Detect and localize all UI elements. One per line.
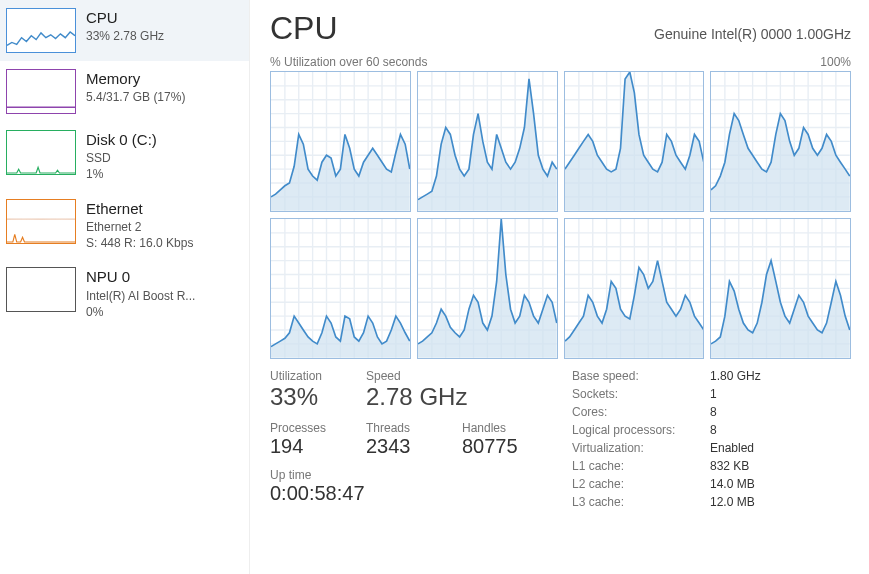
stat-value: 80775: [462, 435, 532, 458]
sidebar-item-disk0[interactable]: Disk 0 (C:) SSD 1%: [0, 122, 249, 191]
sidebar-text: Ethernet Ethernet 2 S: 448 R: 16.0 Kbps: [86, 199, 193, 252]
stat-label: Up time: [270, 468, 365, 482]
stat-value: 2343: [366, 435, 436, 458]
page-title: CPU: [270, 10, 338, 47]
ethernet-thumb-chart: [6, 199, 76, 244]
stat-label: Threads: [366, 421, 436, 435]
npu-thumb-chart: [6, 267, 76, 312]
info-val: Enabled: [710, 441, 800, 455]
processor-name: Genuine Intel(R) 0000 1.00GHz: [654, 26, 851, 42]
sidebar-item-ethernet[interactable]: Ethernet Ethernet 2 S: 448 R: 16.0 Kbps: [0, 191, 249, 260]
sidebar: CPU 33% 2.78 GHz Memory 5.4/31.7 GB (17%…: [0, 0, 250, 574]
chart-y-label: % Utilization over 60 seconds: [270, 55, 427, 69]
info-val: 832 KB: [710, 459, 800, 473]
stats-left: Utilization 33% Speed 2.78 GHz Processes…: [270, 369, 532, 509]
core-chart-6: [564, 218, 705, 359]
sidebar-sub: 33% 2.78 GHz: [86, 28, 164, 44]
memory-thumb-chart: [6, 69, 76, 114]
info-val: 14.0 MB: [710, 477, 800, 491]
chart-axis-row: % Utilization over 60 seconds 100%: [270, 55, 851, 69]
sidebar-text: Memory 5.4/31.7 GB (17%): [86, 69, 185, 105]
cpu-thumb-chart: [6, 8, 76, 53]
core-chart-7: [710, 218, 851, 359]
core-chart-0: [270, 71, 411, 212]
sidebar-sub2: S: 448 R: 16.0 Kbps: [86, 235, 193, 251]
sidebar-item-cpu[interactable]: CPU 33% 2.78 GHz: [0, 0, 249, 61]
info-val: 1.80 GHz: [710, 369, 800, 383]
info-key: Sockets:: [572, 387, 702, 401]
stats-section: Utilization 33% Speed 2.78 GHz Processes…: [270, 369, 851, 509]
stat-speed: Speed 2.78 GHz: [366, 369, 467, 411]
info-val: 8: [710, 405, 800, 419]
sidebar-title: Ethernet: [86, 199, 193, 219]
stat-label: Speed: [366, 369, 467, 383]
core-chart-2: [564, 71, 705, 212]
sidebar-text: NPU 0 Intel(R) AI Boost R... 0%: [86, 267, 195, 320]
core-chart-4: [270, 218, 411, 359]
stat-uptime: Up time 0:00:58:47: [270, 468, 365, 505]
stat-utilization: Utilization 33%: [270, 369, 340, 411]
stat-label: Handles: [462, 421, 532, 435]
sidebar-text: Disk 0 (C:) SSD 1%: [86, 130, 157, 183]
core-chart-1: [417, 71, 558, 212]
sidebar-sub: SSD: [86, 150, 157, 166]
sidebar-sub: Intel(R) AI Boost R...: [86, 288, 195, 304]
stat-value: 2.78 GHz: [366, 383, 467, 411]
info-key: L3 cache:: [572, 495, 702, 509]
stat-threads: Threads 2343: [366, 421, 436, 458]
sidebar-sub2: 1%: [86, 166, 157, 182]
sidebar-title: Memory: [86, 69, 185, 89]
info-val: 8: [710, 423, 800, 437]
sidebar-item-memory[interactable]: Memory 5.4/31.7 GB (17%): [0, 61, 249, 122]
stat-processes: Processes 194: [270, 421, 340, 458]
stat-label: Processes: [270, 421, 340, 435]
info-val: 1: [710, 387, 800, 401]
sidebar-sub2: 0%: [86, 304, 195, 320]
disk-thumb-chart: [6, 130, 76, 175]
stats-right: Base speed:1.80 GHz Sockets:1 Cores:8 Lo…: [572, 369, 800, 509]
stat-value: 194: [270, 435, 340, 458]
sidebar-sub: Ethernet 2: [86, 219, 193, 235]
core-chart-5: [417, 218, 558, 359]
info-key: L1 cache:: [572, 459, 702, 473]
sidebar-item-npu0[interactable]: NPU 0 Intel(R) AI Boost R... 0%: [0, 259, 249, 328]
info-key: Base speed:: [572, 369, 702, 383]
sidebar-text: CPU 33% 2.78 GHz: [86, 8, 164, 44]
info-key: Cores:: [572, 405, 702, 419]
main-panel: CPU Genuine Intel(R) 0000 1.00GHz % Util…: [250, 0, 869, 574]
core-chart-3: [710, 71, 851, 212]
stat-value: 33%: [270, 383, 340, 411]
stat-value: 0:00:58:47: [270, 482, 365, 505]
sidebar-title: Disk 0 (C:): [86, 130, 157, 150]
info-val: 12.0 MB: [710, 495, 800, 509]
info-key: Virtualization:: [572, 441, 702, 455]
info-key: Logical processors:: [572, 423, 702, 437]
sidebar-sub: 5.4/31.7 GB (17%): [86, 89, 185, 105]
sidebar-title: CPU: [86, 8, 164, 28]
chart-y-max: 100%: [820, 55, 851, 69]
info-key: L2 cache:: [572, 477, 702, 491]
header: CPU Genuine Intel(R) 0000 1.00GHz: [270, 10, 851, 47]
stat-handles: Handles 80775: [462, 421, 532, 458]
stat-label: Utilization: [270, 369, 340, 383]
core-chart-grid: [270, 71, 851, 351]
sidebar-title: NPU 0: [86, 267, 195, 287]
